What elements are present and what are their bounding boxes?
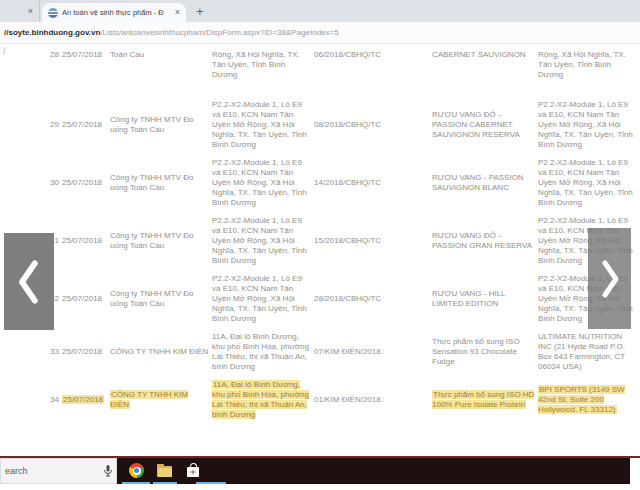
row-registration-number-cell: 14/2018/CBHQ/TC bbox=[314, 154, 432, 212]
row-number-cell: 28 bbox=[36, 46, 62, 96]
table-row: 31 25/07/2018 Công ty TNHH MTV Đồ uống T… bbox=[36, 212, 638, 270]
row-product-cell: RƯỢU VANG ĐỎ - PASSION CABERNET SAUVIGNO… bbox=[432, 96, 538, 154]
row-company-address-cell: Rộng, Xã Hội Nghĩa, TX. Tân Uyên, Tỉnh B… bbox=[212, 46, 314, 96]
row-company-address-cell: P2.2-X2-Module 1, Lô E9 và E10, KCN Nam … bbox=[212, 154, 314, 212]
tab-title: An toàn vệ sinh thực phẩm - Đ bbox=[62, 8, 171, 17]
row-registration-number-cell: 28/2018/CBHQ/TC bbox=[314, 270, 432, 328]
tab-active[interactable]: An toàn vệ sinh thực phẩm - Đ × bbox=[42, 3, 186, 22]
row-company-cell: Toàn Cầu bbox=[110, 46, 212, 96]
row-company-cell: Công ty TNHH MTV Đồ uống Toàn Cầu bbox=[110, 154, 212, 212]
browser-toolbar: //soyte.binhduong.gov.vn/Lists/antoanves… bbox=[0, 22, 640, 44]
table-row: 32 25/07/2018 Công ty TNHH MTV Đồ uống T… bbox=[36, 270, 638, 328]
row-date-cell: 25/07/2018 bbox=[62, 270, 110, 328]
row-company-address-cell: P2.2-X2-Module 1, Lô E9 và E10, KCN Nam … bbox=[212, 96, 314, 154]
chrome-icon[interactable] bbox=[129, 463, 145, 479]
row-manufacturer-address-cell: P2.2-X2-Module 1, Lô E9 và E10, KCN Nam … bbox=[538, 154, 638, 212]
row-date-cell: 25/07/2018 bbox=[62, 46, 110, 96]
page-content: / 28 25/07/2018 Toàn Cầu Rộng, Xã Hội Ng… bbox=[0, 44, 640, 456]
row-manufacturer-address-cell: ULTIMATE NUTRITION INC (21 Hyde Road P.O… bbox=[538, 328, 638, 376]
row-registration-number-cell: 15/2018/CBHQ/TC bbox=[314, 212, 432, 270]
row-date-cell: 25/07/2018 bbox=[62, 154, 110, 212]
new-tab-icon[interactable]: + bbox=[196, 4, 204, 19]
row-number-cell: 33 bbox=[36, 328, 62, 376]
row-product-cell: Thực phẩm bổ sung ISO Sensation 93 Choco… bbox=[432, 328, 538, 376]
chevron-right-icon bbox=[598, 255, 622, 303]
row-manufacturer-address-cell: Rộng, Xã Hội Nghĩa, TX. Tân Uyên, Tỉnh B… bbox=[538, 46, 638, 96]
row-company-cell: CÔNG TY TNHH KIM ĐIỀN bbox=[110, 376, 212, 424]
site-favicon-icon bbox=[48, 8, 58, 18]
browser-tab-bar: × An toàn vệ sinh thực phẩm - Đ × + bbox=[0, 0, 640, 22]
row-number-cell: 29 bbox=[36, 96, 62, 154]
row-product-cell: RƯỢU VANG ĐỎ - PASSION GRAN RESERVA bbox=[432, 212, 538, 270]
url-host: //soyte.binhduong.gov.vn bbox=[4, 28, 100, 37]
row-registration-number-cell: 01/KIM ĐIỀN/2018 bbox=[314, 376, 432, 424]
taskbar-search-input[interactable]: earch bbox=[0, 458, 117, 484]
row-manufacturer-address-cell: BPI SPORTS (3149 SW 42nd St, Suite 200 H… bbox=[538, 376, 638, 424]
next-page-arrow-button[interactable] bbox=[588, 228, 631, 329]
results-table-body: 28 25/07/2018 Toàn Cầu Rộng, Xã Hội Nghĩ… bbox=[36, 46, 638, 424]
table-row: 30 25/07/2018 Công ty TNHH MTV Đồ uống T… bbox=[36, 154, 638, 212]
row-number-cell: 34 bbox=[36, 376, 62, 424]
row-company-cell: CÔNG TY TNHH KIM ĐIỀN bbox=[110, 328, 212, 376]
row-number-cell: 30 bbox=[36, 154, 62, 212]
table-row: 33 25/07/2018 CÔNG TY TNHH KIM ĐIỀN 11A,… bbox=[36, 328, 638, 376]
screen: × An toàn vệ sinh thực phẩm - Đ × + //so… bbox=[0, 0, 640, 490]
search-placeholder: earch bbox=[1, 466, 103, 476]
row-company-address-cell: 11A, Đại lộ Bình Dương, khu phố Bình Hòa… bbox=[212, 376, 314, 424]
table-row: 28 25/07/2018 Toàn Cầu Rộng, Xã Hội Nghĩ… bbox=[36, 46, 638, 96]
row-manufacturer-address-cell: P2.2-X2-Module 1, Lô E9 và E10, KCN Nam … bbox=[538, 96, 638, 154]
row-registration-number-cell: 06/2018/CBHQ/TC bbox=[314, 46, 432, 96]
microphone-icon[interactable] bbox=[103, 464, 113, 478]
bottom-margin bbox=[0, 484, 640, 490]
row-company-address-cell: P2.2-X2-Module 1, Lô E9 và E10, KCN Nam … bbox=[212, 212, 314, 270]
row-registration-number-cell: 08/2018/CBHQ/TC bbox=[314, 96, 432, 154]
row-company-address-cell: 11A, Đại lộ Bình Dương, khu phố Bình Hòa… bbox=[212, 328, 314, 376]
microsoft-store-icon[interactable] bbox=[186, 463, 202, 479]
row-company-cell: Công ty TNHH MTV Đồ uống Toàn Cầu bbox=[110, 96, 212, 154]
tab-partial[interactable]: × bbox=[0, 0, 40, 22]
chevron-left-icon bbox=[15, 256, 43, 308]
windows-taskbar: earch bbox=[0, 458, 640, 484]
file-explorer-icon[interactable] bbox=[157, 463, 173, 479]
row-date-cell: 25/07/2018 bbox=[62, 212, 110, 270]
row-product-cell: RƯỢU VANG - PASSION SAUVIGNON BLANC bbox=[432, 154, 538, 212]
stray-character: / bbox=[3, 46, 6, 56]
table-row: 34 25/07/2018 CÔNG TY TNHH KIM ĐIỀN 11A,… bbox=[36, 376, 638, 424]
row-company-address-cell: P2.2-X2-Module 1, Lô E9 và E10, KCN Nam … bbox=[212, 270, 314, 328]
row-date-cell: 25/07/2018 bbox=[62, 96, 110, 154]
row-date-cell: 25/07/2018 bbox=[62, 328, 110, 376]
food-safety-registrations-table: 28 25/07/2018 Toàn Cầu Rộng, Xã Hội Nghĩ… bbox=[36, 46, 638, 424]
row-date-cell: 25/07/2018 bbox=[62, 376, 110, 424]
row-company-cell: Công ty TNHH MTV Đồ uống Toàn Cầu bbox=[110, 270, 212, 328]
url-path: /Lists/antoanvesinhthucpham/DispForm.asp… bbox=[100, 28, 338, 37]
previous-page-arrow-button[interactable] bbox=[4, 233, 54, 330]
table-row: 29 25/07/2018 Công ty TNHH MTV Đồ uống T… bbox=[36, 96, 638, 154]
row-company-cell: Công ty TNHH MTV Đồ uống Toàn Cầu bbox=[110, 212, 212, 270]
row-product-cell: RƯỢU VANG - HILL LIMITED EDITION bbox=[432, 270, 538, 328]
row-product-cell: CABERNET SAUVIGNON bbox=[432, 46, 538, 96]
tab-close-icon[interactable]: × bbox=[28, 7, 33, 16]
address-bar[interactable]: //soyte.binhduong.gov.vn/Lists/antoanves… bbox=[0, 28, 339, 37]
row-registration-number-cell: 07/KIM ĐIỀN/2018 bbox=[314, 328, 432, 376]
row-product-cell: Thực phẩm bổ sung ISO HD 100% Pure Isola… bbox=[432, 376, 538, 424]
tab-close-icon[interactable]: × bbox=[175, 8, 180, 17]
